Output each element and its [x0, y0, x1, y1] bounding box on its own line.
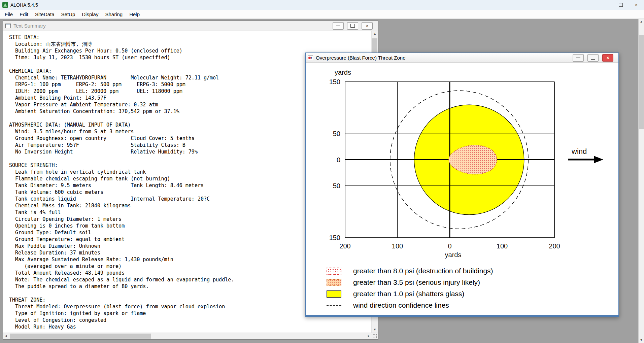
document-icon	[5, 24, 11, 28]
horizontal-scrollbar[interactable]: ◄ ►	[3, 333, 372, 339]
restore-button[interactable]	[347, 22, 358, 30]
scroll-up-icon: ▲	[640, 20, 643, 23]
maximize-button[interactable]	[587, 54, 599, 62]
svg-text:0: 0	[337, 156, 340, 164]
scroll-left-icon: ◄	[4, 335, 7, 338]
minimize-button[interactable]	[573, 54, 584, 62]
close-icon: ×	[607, 56, 609, 60]
legend-item-confidence-lines: wind direction confidence lines	[327, 301, 493, 309]
legend-dashed-line-icon	[327, 305, 341, 306]
window-title: Text Summary	[13, 23, 46, 29]
threat-legend: greater than 8.0 psi (destruction of bui…	[327, 267, 493, 313]
window-controls: ×	[573, 54, 613, 62]
scroll-right-icon: ►	[367, 335, 370, 338]
svg-text:200: 200	[339, 242, 350, 250]
svg-text:150: 150	[329, 234, 340, 241]
menu-item-setup[interactable]: SetUp	[58, 10, 79, 19]
svg-text:100: 100	[392, 242, 403, 250]
legend-swatch-8psi	[327, 268, 341, 275]
maximize-icon	[619, 3, 623, 7]
scroll-up-icon: ▲	[373, 32, 376, 35]
menu-item-help[interactable]: Help	[126, 10, 143, 19]
maximize-icon	[591, 56, 595, 60]
minimize-icon	[576, 58, 580, 58]
menu-item-display[interactable]: Display	[78, 10, 102, 19]
scroll-thumb[interactable]	[639, 35, 644, 129]
scroll-up-button[interactable]: ▲	[639, 19, 644, 25]
svg-text:200: 200	[549, 242, 560, 250]
menu-item-edit[interactable]: Edit	[16, 10, 32, 19]
threat-window-title-bar[interactable]: Overpressure (Blast Force) Threat Zone ×	[306, 53, 618, 63]
scroll-down-icon: ▼	[640, 339, 643, 342]
svg-text:50: 50	[333, 182, 340, 190]
legend-swatch-3-5psi	[327, 279, 341, 286]
minimize-button[interactable]	[333, 22, 344, 30]
scroll-right-button[interactable]: ►	[366, 333, 372, 339]
legend-item-8psi: greater than 8.0 psi (destruction of bui…	[327, 267, 493, 275]
scroll-up-button[interactable]: ▲	[372, 31, 378, 37]
scroll-down-icon: ▼	[373, 328, 376, 331]
legend-item-1psi: greater than 1.0 psi (shatters glass)	[327, 290, 493, 298]
svg-text:50: 50	[333, 130, 340, 137]
close-button[interactable]: ×	[629, 0, 644, 10]
svg-text:100: 100	[497, 242, 508, 250]
scroll-thumb[interactable]	[10, 334, 151, 339]
threat-zone-window: Overpressure (Blast Force) Threat Zone ×	[305, 53, 619, 317]
mdi-area: Text Summary × SITE DATA: Location: 山东省淄…	[0, 19, 644, 343]
scroll-left-button[interactable]: ◄	[3, 333, 9, 339]
close-icon: ×	[635, 2, 638, 7]
maximize-button[interactable]	[613, 0, 629, 10]
svg-text:0: 0	[448, 242, 451, 250]
menu-item-sharing[interactable]: Sharing	[102, 10, 126, 19]
svg-text:yards: yards	[335, 69, 351, 76]
text-summary-bottom-bar: ◄ ►	[3, 333, 378, 339]
svg-text:wind: wind	[571, 147, 587, 156]
window-title: Overpressure (Blast Force) Threat Zone	[316, 55, 405, 61]
legend-label-3-5psi: greater than 3.5 psi (serious injury lik…	[353, 278, 480, 286]
legend-label-8psi: greater than 8.0 psi (destruction of bui…	[353, 267, 493, 275]
menu-item-file[interactable]: File	[1, 10, 16, 19]
svg-text:150: 150	[329, 78, 340, 85]
legend-label-confidence-lines: wind direction confidence lines	[353, 301, 449, 309]
close-button[interactable]: ×	[362, 22, 373, 30]
scroll-down-button[interactable]: ▼	[372, 327, 378, 333]
legend-item-3-5psi: greater than 3.5 psi (serious injury lik…	[327, 278, 493, 286]
close-icon: ×	[366, 24, 368, 28]
app-title-bar[interactable]: ALOHA 5.4.5 ×	[0, 0, 644, 10]
legend-label-1psi: greater than 1.0 psi (shatters glass)	[353, 290, 464, 298]
svg-text:yards: yards	[445, 251, 462, 259]
window-controls: ×	[333, 22, 373, 30]
text-summary-title-bar[interactable]: Text Summary ×	[3, 21, 378, 31]
close-button[interactable]: ×	[602, 54, 613, 62]
minimize-icon	[604, 5, 607, 5]
threat-chart-area: 200100010020015050050150yardsyardswind g…	[306, 63, 618, 315]
window-controls: ×	[598, 0, 644, 10]
threat-zone-icon	[308, 56, 313, 60]
restore-icon	[350, 24, 355, 28]
menu-bar: File Edit SiteData SetUp Display Sharing…	[0, 10, 644, 19]
scroll-down-button[interactable]: ▼	[639, 337, 644, 343]
legend-swatch-1psi	[327, 290, 341, 298]
minimize-button[interactable]	[598, 0, 613, 10]
minimize-icon	[336, 26, 340, 26]
aloha-logo-icon	[2, 2, 8, 8]
app-title: ALOHA 5.4.5	[10, 2, 38, 8]
menu-item-sitedata[interactable]: SiteData	[32, 10, 58, 19]
mdi-vertical-scrollbar[interactable]: ▲ ▼	[638, 19, 644, 343]
resize-grip[interactable]	[372, 333, 378, 339]
